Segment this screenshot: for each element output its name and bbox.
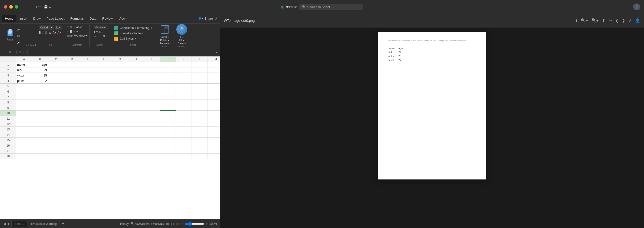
align-left-icon[interactable]: ≡ <box>67 30 68 33</box>
align-bottom-icon[interactable]: ⊥ <box>73 25 76 29</box>
row-header-7[interactable]: 7 <box>0 94 16 100</box>
italic-button[interactable]: I <box>42 31 44 34</box>
more-actions[interactable]: ⌄ <box>49 5 52 9</box>
col-header-f[interactable]: F <box>96 57 112 62</box>
insert-cells-button[interactable]: Insert ▾ <box>161 36 169 38</box>
text-rotate-icon[interactable]: ab↗ <box>76 25 82 29</box>
cell-k2[interactable] <box>176 67 192 73</box>
row-header-14[interactable]: 14 <box>0 132 16 137</box>
expand-preview-icon[interactable]: ⤢ <box>628 18 632 23</box>
sheet-tab-sheet1[interactable]: Sheet1 <box>11 221 27 227</box>
tab-view[interactable]: View <box>116 15 128 22</box>
user-preview-icon[interactable]: 👤 <box>635 18 640 23</box>
cell-b4[interactable]: 22 <box>32 78 48 84</box>
cell-h2[interactable] <box>128 67 144 73</box>
col-header-j[interactable]: J <box>160 57 176 62</box>
cell-j2[interactable] <box>160 67 176 73</box>
confirm-formula-button[interactable]: ✓ <box>22 50 25 54</box>
cell-b3[interactable]: 25 <box>32 73 48 78</box>
col-header-l[interactable]: L <box>192 57 208 62</box>
cell-j4[interactable] <box>160 78 176 84</box>
normal-view-button[interactable]: ⊞ <box>166 222 169 226</box>
col-header-e[interactable]: E <box>80 57 96 62</box>
tab-formulas[interactable]: Formulas <box>68 15 87 22</box>
decrease-decimal-button[interactable]: .0→ <box>94 34 99 37</box>
cell-f3[interactable] <box>96 73 112 78</box>
format-as-table-button[interactable]: Format as Table ▾ <box>113 31 153 36</box>
row-header-11[interactable]: 11 <box>0 116 16 121</box>
spreadsheet-grid-container[interactable]: A B C D E F G H I J K L M N <box>0 56 220 219</box>
comma-button[interactable]: , <box>102 30 103 33</box>
cell-b1[interactable]: age <box>32 62 48 67</box>
col-header-h[interactable]: H <box>128 57 144 62</box>
row-header-10[interactable]: 10 <box>0 111 16 116</box>
number-format-selector[interactable]: General ▾ <box>94 25 107 29</box>
col-header-i[interactable]: I <box>144 57 160 62</box>
page-layout-view-button[interactable]: ⊡ <box>176 222 179 226</box>
cell-d4[interactable] <box>64 78 80 84</box>
font-name-selector[interactable]: Calibri ▾ <box>39 25 54 30</box>
cell-h4[interactable] <box>128 78 144 84</box>
close-button[interactable] <box>4 5 7 8</box>
align-middle-icon[interactable]: ≡ <box>70 25 72 29</box>
cell-b2[interactable]: 29 <box>32 67 48 73</box>
bold-button[interactable]: B <box>39 31 41 34</box>
underline-button[interactable]: U <box>45 31 47 34</box>
col-header-m[interactable]: M <box>208 57 220 62</box>
cell-l2[interactable] <box>192 67 208 73</box>
align-top-icon[interactable]: ⊤ <box>67 25 69 29</box>
cell-c3[interactable] <box>48 73 64 78</box>
tab-page-layout[interactable]: Page Layout <box>44 15 68 22</box>
font-size-selector[interactable]: 11 ▾ <box>55 25 62 30</box>
cell-j3[interactable] <box>160 73 176 78</box>
row-header-15[interactable]: 15 <box>0 137 16 143</box>
cell-a1[interactable]: name <box>16 62 32 67</box>
cell-j10-selected[interactable] <box>160 111 176 116</box>
cell-i1[interactable] <box>144 62 160 67</box>
tab-data[interactable]: Data <box>87 15 99 22</box>
conditional-formatting-button[interactable]: Conditional Formatting ▾ <box>113 25 153 30</box>
fill-color-icon[interactable]: A▾ <box>52 31 56 34</box>
col-header-b[interactable]: B <box>32 57 48 62</box>
edit-preview-icon[interactable]: ✏ <box>609 18 612 23</box>
row-header-5[interactable]: 5 <box>0 84 16 89</box>
cell-g3[interactable] <box>112 73 128 78</box>
zoom-slider[interactable] <box>184 222 204 226</box>
col-header-a[interactable]: A <box>16 57 32 62</box>
zoom-out-preview-icon[interactable]: 🔍− <box>581 18 588 23</box>
cell-e2[interactable] <box>80 67 96 73</box>
insert-function-button[interactable]: fx <box>26 50 28 54</box>
page-break-view-button[interactable]: ⊟ <box>171 222 174 226</box>
cell-h3[interactable] <box>128 73 144 78</box>
currency-button[interactable]: $ ▾ <box>94 30 98 33</box>
cell-i2[interactable] <box>144 67 160 73</box>
merge-button[interactable]: Merge ▾ <box>78 34 88 37</box>
cell-i4[interactable] <box>144 78 160 84</box>
sheet-next-button[interactable]: ▶ <box>7 222 10 226</box>
tab-home[interactable]: Home <box>2 15 16 22</box>
indent-icon[interactable]: ⇥ <box>76 30 78 33</box>
cell-c4[interactable] <box>48 78 64 84</box>
autosum-button[interactable]: Σ ▾ <box>180 36 184 38</box>
cell-e3[interactable] <box>80 73 96 78</box>
sheet-tab-eval-warning[interactable]: Evaluation Warning <box>28 221 60 227</box>
cell-f2[interactable] <box>96 67 112 73</box>
user-profile[interactable]: 👤 <box>633 3 640 10</box>
cell-m4[interactable] <box>208 78 220 84</box>
cell-f1[interactable] <box>96 62 112 67</box>
cell-d2[interactable] <box>64 67 80 73</box>
row-header-1[interactable]: 1 <box>0 62 16 67</box>
cell-e1[interactable] <box>80 62 96 67</box>
cell-m1[interactable] <box>208 62 220 67</box>
col-header-k[interactable]: K <box>176 57 192 62</box>
row-header-9[interactable]: 9 <box>0 105 16 111</box>
row-header-17[interactable]: 17 <box>0 148 16 154</box>
share-button[interactable]: 👤+ Share <box>198 17 213 20</box>
row-header-12[interactable]: 12 <box>0 121 16 127</box>
tab-draw[interactable]: Draw <box>30 15 44 22</box>
cell-h1[interactable] <box>128 62 144 67</box>
wrap-text-button[interactable]: Wrap Text <box>67 34 78 37</box>
share-preview-icon[interactable]: ⬆ <box>602 18 605 23</box>
cell-a3[interactable]: victor <box>16 73 32 78</box>
maximize-button[interactable] <box>15 5 18 8</box>
